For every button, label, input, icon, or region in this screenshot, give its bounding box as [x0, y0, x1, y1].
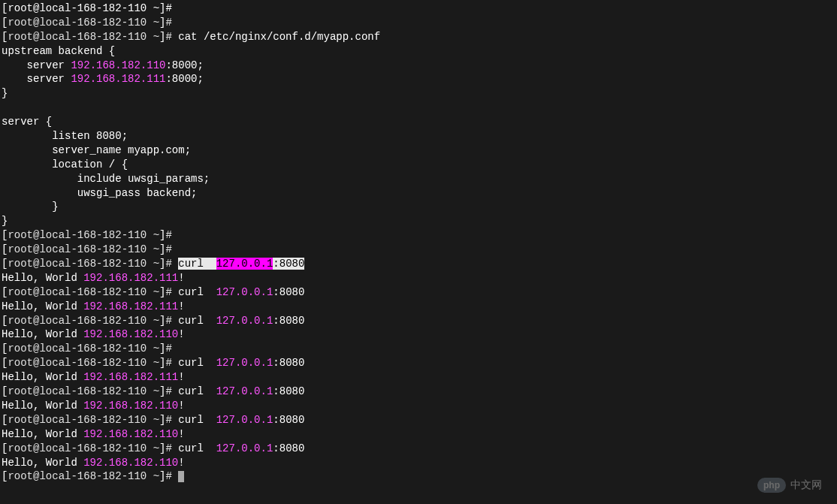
config-server-open: server {	[2, 115, 835, 129]
cat-command-line: [root@local-168-182-110 ~]# cat /etc/ngi…	[2, 30, 835, 44]
prompt-line: [root@local-168-182-110 ~]#	[2, 342, 835, 356]
watermark-text: 中文网	[790, 478, 822, 492]
config-close-server: }	[2, 214, 835, 228]
prompt-line-partial: [root@local-168-182-110 ~]#	[2, 2, 835, 16]
config-include: include uwsgi_params;	[2, 172, 835, 186]
config-location: location / {	[2, 158, 835, 172]
response-110: Hello, World 192.168.182.110!	[2, 427, 835, 442]
curl-line: [root@local-168-182-110 ~]# curl 127.0.0…	[2, 314, 835, 328]
config-server1: server 192.168.182.110:8000;	[2, 59, 835, 73]
config-blank	[2, 101, 835, 115]
watermark: php 中文网	[757, 478, 822, 493]
response-111: Hello, World 192.168.182.111!	[2, 271, 835, 285]
config-server2: server 192.168.182.111:8000;	[2, 72, 835, 86]
response-111: Hello, World 192.168.182.111!	[2, 300, 835, 314]
watermark-logo: php	[757, 478, 786, 493]
prompt-line: [root@local-168-182-110 ~]#	[2, 228, 835, 243]
config-listen: listen 8080;	[2, 129, 835, 143]
config-uwsgipass: uwsgi_pass backend;	[2, 186, 835, 201]
config-upstream: upstream backend {	[2, 44, 835, 59]
config-close-upstream: }	[2, 86, 835, 101]
curl-line: [root@local-168-182-110 ~]# curl 127.0.0…	[2, 385, 835, 399]
terminal-output[interactable]: [root@local-168-182-110 ~]# [root@local-…	[2, 2, 835, 484]
response-110: Hello, World 192.168.182.110!	[2, 456, 835, 470]
prompt-line: [root@local-168-182-110 ~]#	[2, 16, 835, 30]
curl-line: [root@local-168-182-110 ~]# curl 127.0.0…	[2, 413, 835, 427]
curl-line: [root@local-168-182-110 ~]# curl 127.0.0…	[2, 442, 835, 456]
response-110: Hello, World 192.168.182.110!	[2, 399, 835, 413]
curl-highlighted-line: [root@local-168-182-110 ~]# curl 127.0.0…	[2, 257, 835, 271]
response-110: Hello, World 192.168.182.110!	[2, 327, 835, 342]
config-servername: server_name myapp.com;	[2, 143, 835, 158]
response-111: Hello, World 192.168.182.111!	[2, 370, 835, 385]
curl-line: [root@local-168-182-110 ~]# curl 127.0.0…	[2, 356, 835, 370]
config-close-location: }	[2, 200, 835, 214]
cursor-icon	[178, 471, 184, 482]
prompt-line-cursor: [root@local-168-182-110 ~]#	[2, 469, 835, 484]
prompt-line: [root@local-168-182-110 ~]#	[2, 243, 835, 257]
curl-line: [root@local-168-182-110 ~]# curl 127.0.0…	[2, 285, 835, 300]
